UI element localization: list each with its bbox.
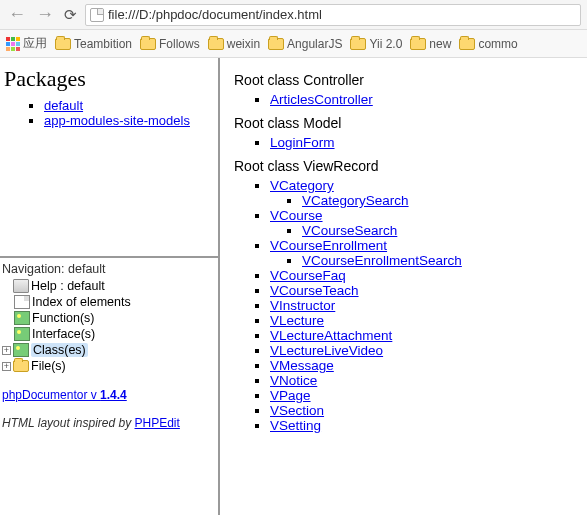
folder-icon	[410, 38, 426, 50]
url-text: file:///D:/phpdoc/document/index.html	[108, 7, 322, 22]
class-link[interactable]: VSection	[270, 403, 324, 418]
module-icon	[14, 311, 30, 325]
module-icon	[13, 343, 29, 357]
tree-index[interactable]: Index of elements	[14, 294, 216, 310]
class-link[interactable]: VPage	[270, 388, 311, 403]
main-pane: Root class Controller ArticlesController…	[220, 58, 587, 515]
apps-icon	[6, 37, 20, 51]
bookmark-folder[interactable]: Teambition	[55, 37, 132, 51]
forward-button[interactable]: →	[34, 4, 56, 25]
folder-icon	[268, 38, 284, 50]
class-link[interactable]: VLecture	[270, 313, 324, 328]
reload-button[interactable]: ⟳	[62, 6, 79, 24]
root-model-heading: Root class Model	[234, 115, 577, 131]
back-button[interactable]: ←	[6, 4, 28, 25]
browser-toolbar: ← → ⟳ file:///D:/phpdoc/document/index.h…	[0, 0, 587, 30]
folder-icon	[459, 38, 475, 50]
phpdoc-version: phpDocumentor v 1.4.4	[2, 388, 216, 402]
folder-icon	[55, 38, 71, 50]
bookmark-folder[interactable]: commo	[459, 37, 517, 51]
class-link[interactable]: VCourseFaq	[270, 268, 346, 283]
folder-icon	[13, 360, 29, 372]
url-bar[interactable]: file:///D:/phpdoc/document/index.html	[85, 4, 581, 26]
tree-functions[interactable]: Function(s)	[14, 310, 216, 326]
class-link[interactable]: VCategorySearch	[302, 193, 409, 208]
tree-help[interactable]: Help : default	[2, 278, 216, 294]
bookmark-folder[interactable]: Yii 2.0	[350, 37, 402, 51]
packages-heading: Packages	[4, 66, 214, 92]
content-area: Packages default app-modules-site-models…	[0, 58, 587, 515]
packages-pane: Packages default app-modules-site-models	[0, 58, 218, 258]
class-link[interactable]: VInstructor	[270, 298, 335, 313]
expand-icon[interactable]: +	[2, 346, 11, 355]
class-link[interactable]: ArticlesController	[270, 92, 373, 107]
bookmark-folder[interactable]: new	[410, 37, 451, 51]
folder-icon	[350, 38, 366, 50]
module-icon	[14, 327, 30, 341]
class-link[interactable]: VSetting	[270, 418, 321, 433]
class-link[interactable]: VCourseSearch	[302, 223, 397, 238]
left-pane: Packages default app-modules-site-models…	[0, 58, 220, 515]
bookmarks-bar: 应用 Teambition Follows weixin AngularJS Y…	[0, 30, 587, 58]
class-link[interactable]: VCourseEnrollmentSearch	[302, 253, 462, 268]
bookmark-folder[interactable]: weixin	[208, 37, 260, 51]
class-link[interactable]: VCourse	[270, 208, 323, 223]
bookmark-folder[interactable]: Follows	[140, 37, 200, 51]
tree-files[interactable]: + File(s)	[2, 358, 216, 374]
book-icon	[13, 279, 29, 293]
bookmark-folder[interactable]: AngularJS	[268, 37, 342, 51]
root-controller-heading: Root class Controller	[234, 72, 577, 88]
phpdoc-link[interactable]: phpDocumentor v 1.4.4	[2, 388, 127, 402]
file-icon	[90, 8, 104, 22]
class-link[interactable]: VLectureLiveVideo	[270, 343, 383, 358]
layout-credit: HTML layout inspired by PHPEdit	[2, 416, 216, 430]
package-link[interactable]: app-modules-site-models	[44, 113, 190, 128]
phpedit-link[interactable]: PHPEdit	[135, 416, 180, 430]
tree-classes[interactable]: + Class(es)	[2, 342, 216, 358]
folder-icon	[208, 38, 224, 50]
class-link[interactable]: VCategory	[270, 178, 334, 193]
class-link[interactable]: VLectureAttachment	[270, 328, 392, 343]
class-link[interactable]: VNotice	[270, 373, 317, 388]
page-icon	[14, 295, 30, 309]
root-viewrecord-heading: Root class ViewRecord	[234, 158, 577, 174]
apps-button[interactable]: 应用	[6, 35, 47, 52]
nav-title: Navigation: default	[2, 262, 216, 276]
expand-icon[interactable]: +	[2, 362, 11, 371]
tree-interfaces[interactable]: Interface(s)	[14, 326, 216, 342]
viewrecord-list: VCategoryVCategorySearchVCourseVCourseSe…	[270, 178, 577, 433]
package-link[interactable]: default	[44, 98, 83, 113]
class-link[interactable]: VCourseEnrollment	[270, 238, 387, 253]
class-link[interactable]: VMessage	[270, 358, 334, 373]
class-link[interactable]: LoginForm	[270, 135, 335, 150]
class-link[interactable]: VCourseTeach	[270, 283, 359, 298]
folder-icon	[140, 38, 156, 50]
navigation-pane: Navigation: default Help : default Index…	[0, 258, 218, 515]
